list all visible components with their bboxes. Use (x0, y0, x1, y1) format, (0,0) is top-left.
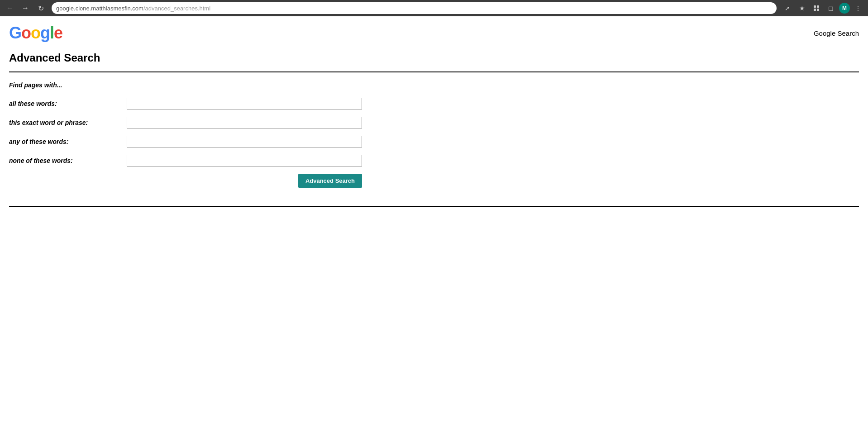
page-content: Google Google Search Advanced Search Fin… (0, 16, 868, 438)
logo-l: l (50, 24, 54, 42)
svg-rect-3 (817, 9, 819, 11)
profile-icon[interactable]: M (839, 3, 850, 14)
page-title: Advanced Search (9, 47, 859, 71)
window-button[interactable]: ◻ (825, 2, 837, 14)
form-row-none-words: none of these words: (9, 155, 859, 167)
browser-actions: ➚ ★ ◻ M ⋮ (781, 2, 864, 14)
address-bar[interactable]: google.clone.matthiasmesfin.com/advanced… (52, 2, 777, 14)
extension-button[interactable] (810, 2, 823, 14)
page-header: Google Google Search (0, 16, 868, 47)
menu-button[interactable]: ⋮ (852, 2, 864, 14)
label-any-words: any of these words: (9, 138, 127, 145)
bottom-divider (9, 206, 859, 207)
logo-G: G (9, 24, 21, 42)
share-button[interactable]: ➚ (781, 2, 794, 14)
url-path: /advanced_searches.html (143, 5, 210, 12)
input-exact-phrase[interactable] (127, 117, 362, 129)
form-section: Find pages with... all these words: this… (9, 72, 859, 206)
form-row-any-words: any of these words: (9, 136, 859, 148)
input-none-words[interactable] (127, 155, 362, 167)
url-base: google.clone.matthiasmesfin.com (56, 5, 143, 12)
input-any-words[interactable] (127, 136, 362, 148)
input-all-words[interactable] (127, 98, 362, 110)
label-exact-phrase: this exact word or phrase: (9, 119, 127, 126)
reload-button[interactable]: ↻ (34, 2, 47, 14)
forward-button[interactable]: → (19, 2, 32, 14)
google-logo[interactable]: Google (9, 24, 62, 43)
form-row-all-words: all these words: (9, 98, 859, 110)
svg-rect-0 (814, 5, 816, 8)
form-row-exact-phrase: this exact word or phrase: (9, 117, 859, 129)
svg-rect-1 (817, 5, 819, 8)
find-pages-label: Find pages with... (9, 81, 859, 89)
advanced-search-button[interactable]: Advanced Search (298, 174, 362, 188)
label-all-words: all these words: (9, 100, 127, 107)
browser-chrome: ← → ↻ google.clone.matthiasmesfin.com/ad… (0, 0, 868, 16)
button-row: Advanced Search (9, 174, 362, 188)
main-area: Advanced Search Find pages with... all t… (0, 47, 868, 207)
google-search-link[interactable]: Google Search (814, 29, 859, 37)
logo-g: g (40, 24, 50, 42)
back-button[interactable]: ← (4, 2, 16, 14)
bookmark-button[interactable]: ★ (796, 2, 808, 14)
logo-o1: o (21, 24, 31, 42)
logo-o2: o (31, 24, 40, 42)
label-none-words: none of these words: (9, 157, 127, 164)
logo-e: e (54, 24, 62, 42)
svg-rect-2 (814, 9, 816, 11)
